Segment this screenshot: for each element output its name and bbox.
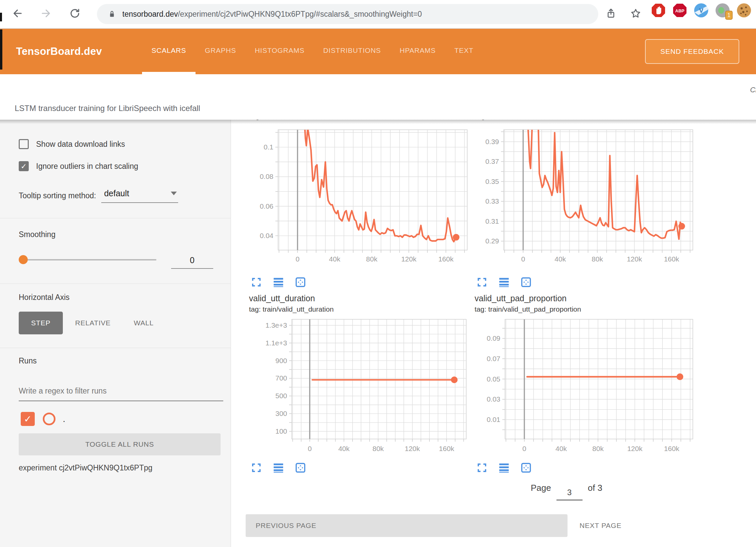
smoothing-value-input[interactable] bbox=[171, 252, 213, 269]
axis-relative-button[interactable]: RELATIVE bbox=[71, 312, 115, 334]
fit-domain-icon[interactable] bbox=[519, 461, 533, 474]
runs-filter-input[interactable] bbox=[19, 381, 223, 401]
svg-text:500: 500 bbox=[275, 392, 287, 400]
url-text: tensorboard.dev/experiment/cj2vtPiwQHKN9… bbox=[122, 10, 422, 19]
axis-wall-button[interactable]: WALL bbox=[127, 312, 160, 334]
tab-distributions[interactable]: DISTRIBUTIONS bbox=[314, 29, 390, 74]
data-table-icon[interactable] bbox=[497, 276, 511, 289]
scalar-chart[interactable]: 0.040.060.080.1040k80k120k160k bbox=[246, 120, 470, 267]
v-extension-icon[interactable]: V bbox=[694, 3, 709, 18]
svg-text:0.04: 0.04 bbox=[260, 232, 273, 239]
svg-text:80k: 80k bbox=[592, 255, 603, 263]
reload-icon[interactable] bbox=[66, 4, 84, 23]
svg-text:V: V bbox=[699, 7, 704, 14]
slider-track[interactable] bbox=[21, 259, 156, 260]
fit-domain-icon[interactable] bbox=[519, 276, 533, 289]
svg-text:0.31: 0.31 bbox=[485, 217, 499, 225]
bookmark-star-icon[interactable] bbox=[626, 4, 645, 23]
lock-icon bbox=[107, 9, 117, 19]
data-table-icon[interactable] bbox=[272, 461, 285, 474]
svg-text:40k: 40k bbox=[329, 255, 340, 263]
slider-thumb[interactable] bbox=[19, 255, 28, 264]
chart-tag: tag: train/valid_utt_pad_proportion bbox=[475, 305, 695, 313]
address-bar[interactable]: tensorboard.dev/experiment/cj2vtPiwQHKN9… bbox=[97, 4, 598, 24]
smoothing-label: Smoothing bbox=[19, 230, 55, 239]
run-color-swatch[interactable] bbox=[43, 413, 55, 425]
chart-card-valid-utt-pad-proportion: valid_utt_pad_proportion tag: train/vali… bbox=[471, 294, 695, 474]
svg-text:0.01: 0.01 bbox=[487, 416, 500, 423]
tab-histograms[interactable]: HISTOGRAMS bbox=[245, 29, 314, 74]
expand-icon[interactable] bbox=[250, 276, 263, 289]
scalar-chart[interactable]: 0.290.310.330.350.370.39040k80k120k160k bbox=[471, 120, 695, 267]
svg-text:0.37: 0.37 bbox=[485, 157, 499, 165]
checkbox-unchecked-icon[interactable] bbox=[19, 139, 29, 149]
expand-icon[interactable] bbox=[475, 276, 489, 289]
page-of-label: of 3 bbox=[588, 483, 602, 493]
data-table-icon[interactable] bbox=[272, 276, 285, 289]
svg-text:0.39: 0.39 bbox=[485, 138, 499, 145]
experiment-title: LSTM transducer training for LibriSpeech… bbox=[15, 104, 200, 113]
svg-text:0.1: 0.1 bbox=[264, 143, 273, 151]
expand-icon[interactable] bbox=[475, 461, 489, 474]
next-page-button[interactable]: NEXT PAGE bbox=[578, 514, 623, 537]
chart-card-top-left: tag: train/… 0.040.060.080.1040k80k120k1… bbox=[246, 120, 470, 289]
svg-text:900: 900 bbox=[275, 357, 287, 364]
divider bbox=[0, 284, 231, 284]
scalar-chart[interactable]: 0.010.030.050.070.09040k80k120k160k bbox=[471, 316, 695, 456]
svg-text:40k: 40k bbox=[555, 445, 567, 452]
svg-text:0.35: 0.35 bbox=[485, 178, 499, 185]
fit-domain-icon[interactable] bbox=[294, 276, 307, 289]
charts-panel: tag: train/… 0.040.060.080.1040k80k120k1… bbox=[231, 120, 756, 547]
browser-toolbar: tensorboard.dev/experiment/cj2vtPiwQHKN9… bbox=[0, 0, 756, 29]
experiment-caption: experiment cj2vtPiwQHKN9Q1tx6PTpg bbox=[19, 463, 152, 472]
chart-tag: tag: train/valid_utt_duration bbox=[249, 305, 470, 313]
page-number-input[interactable] bbox=[556, 485, 583, 501]
scalar-chart[interactable]: 1003005007009001.1e+31.3e+3040k80k120k16… bbox=[246, 316, 470, 456]
forward-icon[interactable] bbox=[37, 4, 55, 23]
tab-graphs[interactable]: GRAPHS bbox=[196, 29, 246, 74]
chart-title: valid_utt_duration bbox=[249, 294, 470, 303]
status-extension-icon[interactable]: 1 bbox=[715, 3, 730, 18]
tab-scalars[interactable]: SCALARS bbox=[142, 29, 196, 74]
abp-extension-icon[interactable]: ABP bbox=[672, 3, 687, 18]
data-table-icon[interactable] bbox=[497, 461, 511, 474]
svg-text:120k: 120k bbox=[405, 445, 420, 452]
tooltip-sorting-select[interactable]: default bbox=[101, 189, 178, 203]
runs-label: Runs bbox=[19, 356, 37, 365]
svg-text:40k: 40k bbox=[338, 445, 350, 452]
chart-card-top-right: tag: train/… 0.290.310.330.350.370.39040… bbox=[471, 120, 695, 289]
previous-page-button[interactable]: PREVIOUS PAGE bbox=[246, 514, 568, 537]
share-icon[interactable] bbox=[602, 4, 620, 23]
smoothing-slider[interactable] bbox=[19, 253, 166, 265]
toggle-all-runs-button[interactable]: TOGGLE ALL RUNS bbox=[19, 433, 221, 455]
back-icon[interactable] bbox=[8, 4, 27, 23]
svg-text:80k: 80k bbox=[592, 445, 604, 452]
divider bbox=[0, 348, 231, 348]
horizontal-axis-label: Horizontal Axis bbox=[19, 293, 70, 302]
svg-text:0: 0 bbox=[522, 445, 526, 452]
send-feedback-button[interactable]: SEND FEEDBACK bbox=[645, 39, 739, 64]
tooltip-sorting-row: Tooltip sorting method: default bbox=[19, 189, 178, 203]
url-path: /experiment/cj2vtPiwQHKN9Q1tx6PTpg/#scal… bbox=[178, 10, 422, 18]
svg-text:160k: 160k bbox=[438, 255, 454, 263]
ignore-outliers-checkbox[interactable]: ✓ Ignore outliers in chart scaling bbox=[19, 161, 138, 171]
run-checkbox[interactable]: ✓ bbox=[21, 412, 35, 426]
svg-text:0.09: 0.09 bbox=[487, 334, 500, 342]
stop-hand-extension-icon[interactable] bbox=[651, 3, 666, 18]
svg-text:700: 700 bbox=[275, 374, 287, 382]
cookie-extension-icon[interactable] bbox=[737, 3, 751, 18]
axis-step-button[interactable]: STEP bbox=[19, 312, 63, 334]
tab-hparams[interactable]: HPARAMS bbox=[390, 29, 445, 74]
fit-domain-icon[interactable] bbox=[294, 461, 307, 474]
svg-text:160k: 160k bbox=[664, 445, 679, 452]
page-label: Page bbox=[531, 483, 551, 493]
svg-text:0: 0 bbox=[308, 445, 312, 452]
expand-icon[interactable] bbox=[250, 461, 263, 474]
show-download-links-checkbox[interactable]: Show data download links bbox=[19, 139, 125, 149]
chevron-down-icon bbox=[171, 192, 177, 195]
tab-text[interactable]: TEXT bbox=[445, 29, 483, 74]
svg-text:80k: 80k bbox=[373, 445, 384, 452]
checkbox-checked-icon[interactable]: ✓ bbox=[19, 161, 29, 171]
settings-sidebar: Show data download links ✓ Ignore outlie… bbox=[0, 120, 231, 547]
svg-text:0.33: 0.33 bbox=[485, 197, 499, 205]
